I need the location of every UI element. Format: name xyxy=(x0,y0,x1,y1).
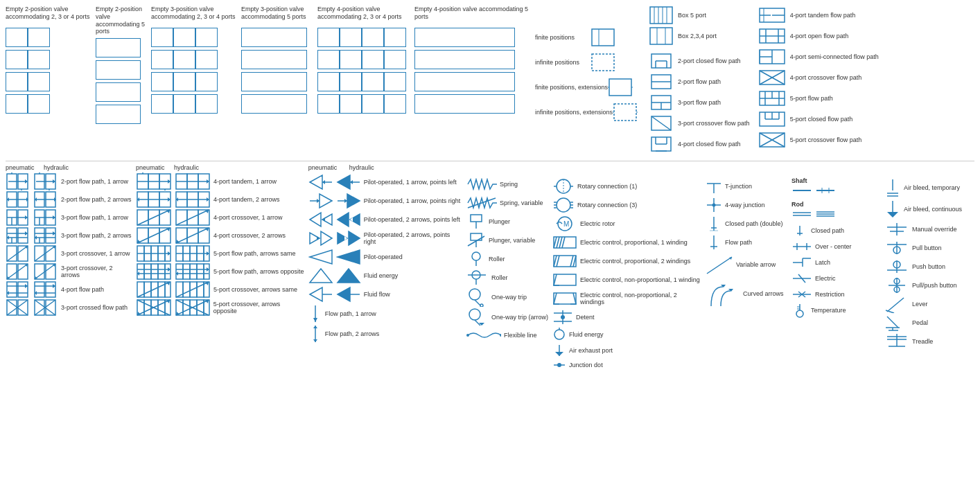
svg-rect-2 xyxy=(592,54,614,71)
svg-marker-261 xyxy=(320,194,332,208)
roller2-label: Roller xyxy=(491,274,508,281)
bottom-col4: Spring Spring, variable Plunger Plunger,… xyxy=(466,164,550,343)
svg-line-406 xyxy=(887,317,898,328)
5ps-pneu xyxy=(136,244,172,263)
restr-label: Restriction xyxy=(815,291,845,298)
2p1a-label: 2-port flow path, 1 arrow xyxy=(61,178,128,185)
main-divider xyxy=(6,161,974,161)
pedal-label: Pedal xyxy=(912,319,928,326)
3port-cross-sym xyxy=(649,114,674,133)
abt-sym xyxy=(884,178,901,197)
flex-sym xyxy=(466,330,501,341)
svg-rect-138 xyxy=(18,300,28,315)
svg-marker-288 xyxy=(313,318,317,322)
svg-marker-270 xyxy=(338,213,349,226)
finite-ext-sym xyxy=(608,78,633,97)
po2l-pneu xyxy=(308,211,333,228)
svg-marker-269 xyxy=(322,217,325,222)
svg-rect-141 xyxy=(35,300,44,315)
detent-label: Detent xyxy=(576,314,595,321)
spring-label: Spring xyxy=(500,181,518,188)
elec-label: Electric xyxy=(815,275,836,282)
spring-var-sym xyxy=(466,195,497,211)
box5-sym xyxy=(649,6,674,25)
svg-line-172 xyxy=(137,210,170,225)
2port-closed-sym xyxy=(649,51,674,71)
top-section: Empty 2-position valve accommodating 2, … xyxy=(6,6,974,154)
5ps-hyd xyxy=(175,244,211,263)
owt-label: One-way trip xyxy=(491,294,527,301)
5pco-label: 5-port crossover, arrows opposite xyxy=(213,301,306,314)
svg-marker-285 xyxy=(338,287,350,301)
3port-flow-sym xyxy=(649,93,674,112)
5pcs-label: 5-port crossover, arrows same xyxy=(213,286,297,293)
4pt2-hyd xyxy=(175,190,211,208)
finite-label: finite positions xyxy=(535,34,590,41)
spring-sym xyxy=(466,178,497,190)
infinite-sym xyxy=(590,53,615,72)
temp-sym xyxy=(791,303,808,318)
pp-label: Pull/push button xyxy=(912,282,957,289)
curved-label: Curved arrows xyxy=(743,290,784,297)
svg-rect-0 xyxy=(592,29,614,46)
svg-rect-132 xyxy=(46,282,55,297)
svg-line-405 xyxy=(886,310,894,313)
box5-label: Box 5 port xyxy=(678,12,706,19)
svg-rect-131 xyxy=(35,282,44,297)
5pco-pneu xyxy=(136,299,172,317)
valve-group-3: Empty 3-position valve accommodating 2, … xyxy=(151,6,241,114)
group6-label: Empty 4-position valve accommodating 5 p… xyxy=(414,6,532,25)
hydraulic-label1: hydraulic xyxy=(44,164,75,171)
group4-label: Empty 3-position valve accommodating 5 p… xyxy=(241,6,317,25)
svg-rect-111 xyxy=(35,246,44,261)
abt-label: Air bleed, temporary xyxy=(904,184,960,191)
catalog-left: Box 5 port Box 2,3,4 port 2-port closed … xyxy=(649,6,750,154)
roller-sym xyxy=(466,251,486,267)
po1r-hyd xyxy=(336,193,361,209)
svg-marker-291 xyxy=(313,339,317,342)
5pcs-pneu xyxy=(136,281,172,299)
treadle-sym xyxy=(884,332,909,350)
5pcs-hyd xyxy=(175,281,211,299)
svg-rect-121 xyxy=(46,264,55,279)
bottom-section: pneumatic hydraulic 2-port flow path, 1 … xyxy=(6,164,974,371)
svg-rect-142 xyxy=(46,300,55,315)
svg-rect-247 xyxy=(183,300,190,315)
svg-rect-6 xyxy=(614,104,636,121)
svg-rect-3 xyxy=(609,79,631,96)
group1-label: Empty 2-position valve accommodating 2, … xyxy=(6,6,96,25)
svg-point-350 xyxy=(712,204,716,207)
infinite-label: infinite positions xyxy=(535,59,590,66)
svg-rect-215 xyxy=(183,264,190,279)
spring-var-label: Spring, variable xyxy=(500,199,543,206)
svg-point-306 xyxy=(469,309,480,320)
svg-rect-137 xyxy=(7,300,17,315)
flpath-sym xyxy=(706,234,722,251)
cp-sym xyxy=(791,224,808,237)
svg-line-113 xyxy=(35,246,55,261)
svg-marker-272 xyxy=(350,217,353,222)
svg-point-340 xyxy=(554,330,564,339)
hydraulic-label2: hydraulic xyxy=(174,164,205,171)
ff-label: Fluid flow xyxy=(364,291,390,298)
finite-ext-label: finite positions, extensions xyxy=(535,84,608,91)
cpd-sym xyxy=(706,215,722,232)
curved-sym xyxy=(706,280,740,308)
5port-closed-sym xyxy=(758,109,786,129)
group2-label: Empty 2-position valve accommodating 5 p… xyxy=(96,6,151,35)
fe-hyd xyxy=(336,267,361,284)
po-label: Pilot-operated xyxy=(364,254,403,260)
svg-rect-125 xyxy=(7,282,17,297)
po2r-hyd xyxy=(336,230,361,247)
pneumatic-label1: pneumatic xyxy=(6,164,37,171)
push-sym xyxy=(884,259,909,274)
fp1a xyxy=(308,304,322,323)
svg-marker-258 xyxy=(338,175,350,189)
fp2a-label: Flow path, 2 arrows xyxy=(325,330,380,337)
svg-line-404 xyxy=(887,298,904,312)
4pt1-hyd xyxy=(175,172,211,190)
fe-label: Fluid energy xyxy=(364,272,399,279)
2port-closed-label: 2-port closed flow path xyxy=(678,57,741,64)
pull-label: Pull button xyxy=(912,244,942,251)
hydraulic-label3: hydraulic xyxy=(349,164,380,171)
